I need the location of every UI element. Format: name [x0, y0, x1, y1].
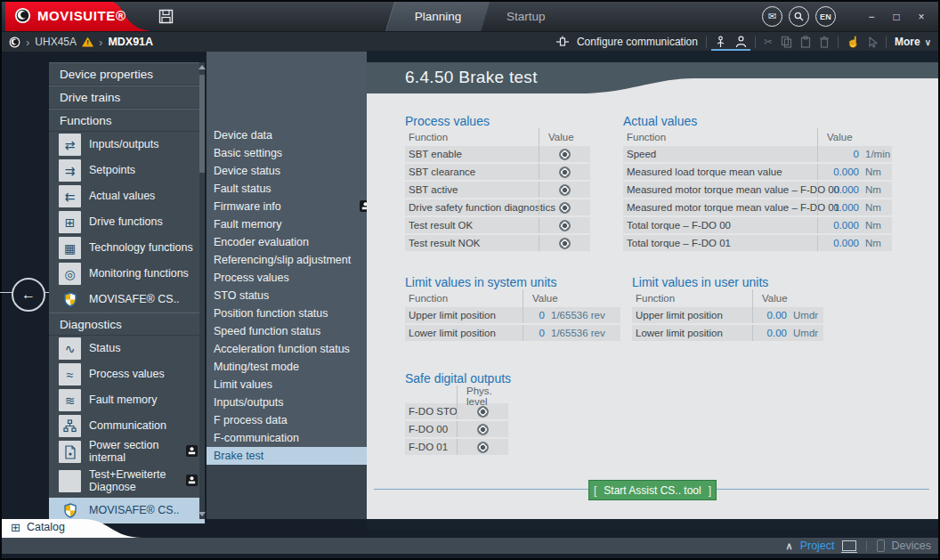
tab-startup[interactable]: Startup [494, 2, 558, 31]
plug-icon[interactable] [715, 36, 726, 48]
tab-planning[interactable]: Planning [385, 2, 490, 31]
sidebar-item-process-values[interactable]: ≈ Process values [49, 361, 205, 387]
menu-item-basic-settings[interactable]: Basic settings [207, 144, 367, 162]
titlebar-actions: ✉ EN − □ × [762, 2, 929, 31]
catalog-tab[interactable]: ⊞ Catalog [11, 521, 65, 533]
delete-icon[interactable] [819, 36, 830, 48]
menu-item-sto-status[interactable]: STO status [207, 287, 367, 304]
toolbar-divider [886, 37, 887, 48]
back-arrow-icon: ← [21, 287, 36, 303]
scrollbar-thumb[interactable] [199, 75, 205, 173]
safe-outputs-table: Phys. level F-DO STO F-DO 00 F-DO 01 [405, 386, 508, 457]
page-glyph [64, 445, 77, 459]
menu-item-process-values[interactable]: Process values [207, 269, 367, 287]
scroll-down-icon[interactable] [199, 512, 206, 516]
menu-item-device-data[interactable]: Device data [207, 126, 367, 144]
paste-glyph [800, 36, 811, 48]
sidebar-item-actual-values[interactable]: ⇇ Actual values [49, 183, 205, 209]
menu-item-limit-values[interactable]: Limit values [207, 376, 367, 394]
table-row: Lower limit position 0.00Umdr [632, 325, 823, 341]
language-badge[interactable]: EN [815, 6, 836, 27]
sidebar-item-test-erweiterte-diagnose[interactable]: Test+Erweiterte Diagnose [49, 465, 205, 498]
page-title: 6.4.50 Brake test [405, 68, 538, 87]
pan-hand-icon[interactable]: ☝ [847, 37, 860, 47]
unit: Nm [865, 220, 881, 231]
breadcrumb-node-uhx45a[interactable]: UHX45A [35, 36, 77, 48]
device-menu-items: Device data Basic settings Device status… [207, 126, 367, 465]
sidebar-scrollbar[interactable] [199, 62, 205, 519]
chevron-up-icon[interactable]: ∧ [786, 540, 793, 552]
configure-glyph [556, 36, 569, 48]
sidebar-item-status[interactable]: ∿ Status [49, 336, 205, 361]
sidebar-group-device-properties[interactable]: Device properties [49, 62, 205, 85]
close-button[interactable]: × [913, 11, 929, 23]
menu-item-device-status[interactable]: Device status [207, 162, 367, 180]
sidebar-item-inputs-outputs[interactable]: ⇄ Inputs/outputs [49, 132, 205, 158]
table-header: Function Value [405, 128, 590, 146]
start-assist-tool-button[interactable]: Start Assist CS.. tool [588, 480, 717, 500]
user-icon[interactable] [735, 36, 747, 48]
table-row: Drive safety function diagnostics [405, 199, 590, 215]
configure-communication-icon[interactable] [556, 36, 569, 48]
sidebar-item-movisafe-functions[interactable]: MOVISAFE® CS.. [49, 287, 205, 312]
sidebar-item-setpoints[interactable]: ⇉ Setpoints [49, 158, 205, 183]
toolbar: › UHX45A ! › MDX91A Configure communicat… [2, 31, 938, 52]
configure-communication-label[interactable]: Configure communication [577, 36, 698, 48]
footer-divider [866, 540, 867, 551]
project-view-label[interactable]: Project [800, 540, 835, 552]
save-icon[interactable] [158, 9, 174, 24]
menu-item-speed-function-status[interactable]: Speed function status [207, 322, 367, 340]
menu-item-referencing-slip-adjustment[interactable]: Referencing/slip adjustment [207, 251, 367, 269]
menu-item-brake-test[interactable]: Brake test [207, 447, 367, 465]
menu-item-firmware-info[interactable]: Firmware info [207, 198, 367, 215]
menu-item-f-communication[interactable]: F-communication [207, 429, 367, 447]
mail-icon[interactable]: ✉ [762, 6, 782, 27]
table-row: SBT active [405, 182, 590, 198]
home-logo-icon[interactable] [9, 37, 20, 48]
devices-view-label[interactable]: Devices [892, 540, 931, 552]
breadcrumb-node-mdx91a[interactable]: MDX91A [108, 36, 153, 48]
menu-item-position-function-status[interactable]: Position function status [207, 304, 367, 322]
menu-item-f-process-data[interactable]: F process data [207, 411, 367, 429]
sidebar-item-monitoring-functions[interactable]: ◎ Monitoring functions [49, 261, 205, 287]
search-icon[interactable] [789, 6, 809, 27]
menu-item-fault-memory[interactable]: Fault memory [207, 215, 367, 233]
copy-icon[interactable] [781, 36, 792, 48]
unit: Nm [865, 238, 881, 248]
more-menu[interactable]: More ∨ [895, 36, 931, 48]
maximize-button[interactable]: □ [888, 11, 904, 23]
table-row: Lower limit position 01/65536 rev [405, 325, 620, 341]
sidebar-item-drive-functions[interactable]: ⊞ Drive functions [49, 209, 205, 235]
sidebar-group-drive-trains[interactable]: Drive trains [49, 85, 205, 109]
menu-item-muting-test-mode[interactable]: Muting/test mode [207, 358, 367, 376]
sidebar-item-fault-memory[interactable]: ≋ Fault memory [49, 387, 205, 413]
minimize-button[interactable]: − [863, 11, 879, 23]
menu-empty-area [207, 465, 367, 519]
cursor-icon[interactable] [868, 37, 878, 48]
menu-item-fault-status[interactable]: Fault status [207, 180, 367, 198]
actual-values-table: Function Value Speed 01/min Measured loa… [623, 128, 892, 253]
collapse-panel-button[interactable]: ← [12, 278, 45, 312]
expert-badge-icon [186, 445, 198, 459]
network-icon [59, 415, 81, 437]
cut-icon[interactable]: ✂ [764, 37, 773, 47]
table-row: Measured motor torque mean value – F-DO … [623, 182, 892, 198]
menu-item-encoder-evaluation[interactable]: Encoder evaluation [207, 233, 367, 251]
scroll-up-icon[interactable] [199, 65, 206, 69]
sidebar-group-diagnostics[interactable]: Diagnostics [49, 312, 205, 336]
table-row: Speed 01/min [623, 146, 892, 162]
value: 0 [532, 310, 545, 321]
paste-icon[interactable] [800, 36, 811, 48]
menu-item-inputs-outputs[interactable]: Inputs/outputs [207, 394, 367, 411]
safe-outputs-title: Safe digital outputs [405, 371, 511, 386]
value: 0 [532, 328, 545, 338]
sidebar-group-functions[interactable]: Functions [49, 109, 205, 132]
sidebar-item-communication[interactable]: Communication [49, 413, 205, 439]
device-icon[interactable] [877, 540, 885, 552]
tab-planning-label: Planning [391, 2, 485, 31]
monitor-icon[interactable] [842, 540, 856, 551]
sidebar-item-power-section-internal[interactable]: Power section internal [49, 439, 205, 465]
sidebar-item-technology-functions[interactable]: ▦ Technology functions [49, 235, 205, 261]
table-row: Measured motor torque mean value – F-DO … [623, 199, 892, 215]
menu-item-acceleration-function-status[interactable]: Acceleration function status [207, 340, 367, 358]
